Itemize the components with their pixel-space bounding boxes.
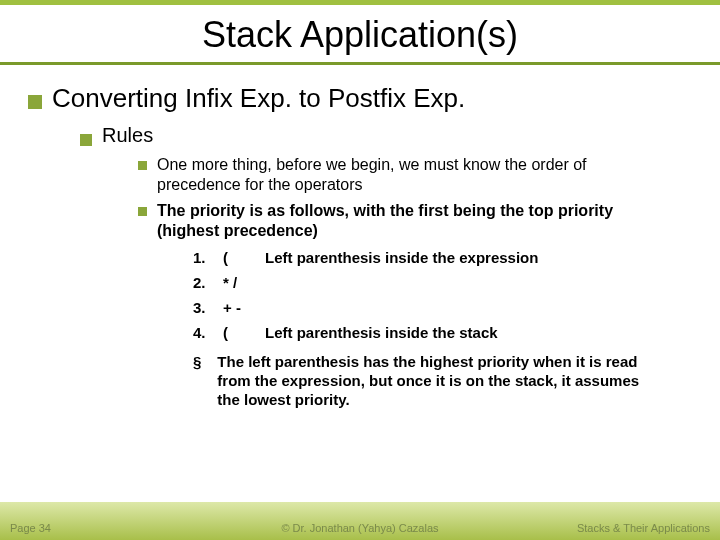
point-1-text: One more thing, before we begin, we must… — [157, 155, 672, 195]
square-bullet-icon — [138, 161, 147, 170]
precedence-row: 1. ( Left parenthesis inside the express… — [193, 247, 642, 268]
square-bullet-icon — [80, 134, 92, 146]
prec-symbol: + - — [219, 297, 259, 318]
precedence-row: 3. + - — [193, 297, 642, 318]
prec-number: 2. — [193, 274, 219, 291]
note-text: The left parenthesis has the highest pri… — [217, 353, 662, 409]
footer-center: © Dr. Jonathan (Yahya) Cazalas — [0, 522, 720, 534]
precedence-row: 2. * / — [193, 272, 642, 293]
square-bullet-icon — [28, 95, 42, 109]
precedence-row: 4. ( Left parenthesis inside the stack — [193, 322, 642, 343]
prec-description — [259, 281, 642, 285]
note-row: § The left parenthesis has the highest p… — [193, 353, 662, 409]
point-row-1: One more thing, before we begin, we must… — [138, 155, 672, 195]
prec-symbol: ( — [219, 322, 259, 343]
content-area: Converting Infix Exp. to Postfix Exp. Ru… — [0, 65, 720, 409]
prec-number: 1. — [193, 249, 219, 266]
prec-description — [259, 306, 642, 310]
prec-symbol: ( — [219, 247, 259, 268]
heading-row: Converting Infix Exp. to Postfix Exp. — [28, 83, 692, 114]
prec-number: 4. — [193, 324, 219, 341]
point-row-2: The priority is as follows, with the fir… — [138, 201, 672, 241]
square-bullet-icon — [138, 207, 147, 216]
slide-title: Stack Application(s) — [0, 0, 720, 62]
prec-description: Left parenthesis inside the expression — [259, 247, 642, 268]
precedence-list: 1. ( Left parenthesis inside the express… — [193, 247, 642, 343]
prec-number: 3. — [193, 299, 219, 316]
section-bullet-icon: § — [193, 353, 201, 372]
heading-text: Converting Infix Exp. to Postfix Exp. — [52, 83, 465, 114]
prec-symbol: * / — [219, 272, 259, 293]
footer: Page 34 © Dr. Jonathan (Yahya) Cazalas S… — [0, 522, 720, 534]
subheading-row: Rules — [80, 124, 692, 147]
prec-description: Left parenthesis inside the stack — [259, 322, 642, 343]
subheading-text: Rules — [102, 124, 153, 147]
point-2-text: The priority is as follows, with the fir… — [157, 201, 672, 241]
